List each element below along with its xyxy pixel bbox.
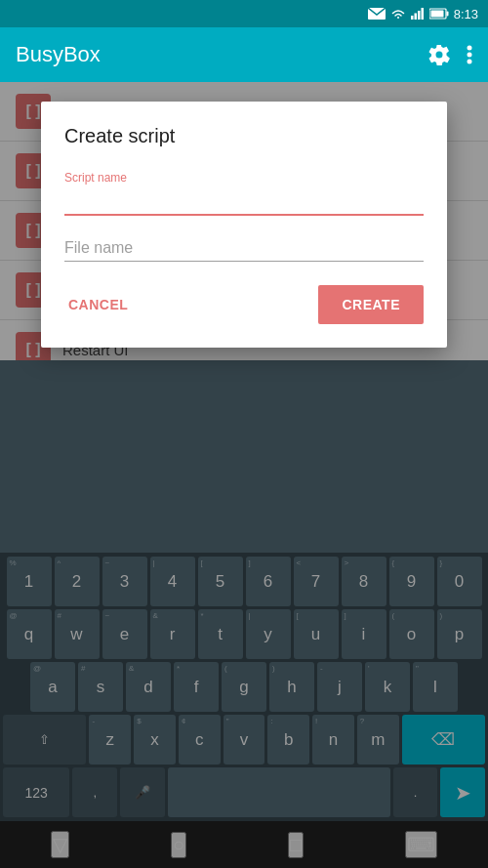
- svg-rect-6: [446, 12, 448, 17]
- script-name-group: Script name: [64, 171, 424, 216]
- app-bar-actions: [427, 43, 472, 66]
- svg-rect-3: [418, 11, 421, 20]
- signal-icon: [411, 8, 425, 20]
- app-bar: BusyBox: [0, 27, 488, 82]
- svg-point-10: [468, 60, 472, 64]
- status-time: 8:13: [454, 7, 478, 21]
- status-icons: 8:13: [368, 7, 478, 21]
- dialog-title: Create script: [64, 125, 424, 147]
- more-icon: [467, 43, 472, 66]
- create-button[interactable]: CREATE: [318, 285, 424, 324]
- svg-rect-4: [421, 8, 424, 20]
- file-name-group: [64, 235, 424, 262]
- email-icon: [368, 8, 386, 20]
- cancel-button[interactable]: CANCEL: [64, 289, 132, 320]
- more-button[interactable]: [467, 43, 472, 66]
- settings-button[interactable]: [427, 43, 451, 66]
- create-script-dialog: Create script Script name CANCEL CREATE: [41, 102, 447, 348]
- status-bar: 8:13: [0, 0, 488, 27]
- settings-icon: [427, 43, 451, 66]
- wifi-icon: [390, 8, 406, 20]
- file-name-input[interactable]: [64, 235, 424, 262]
- script-name-label: Script name: [64, 171, 424, 185]
- svg-rect-7: [430, 11, 443, 18]
- svg-rect-1: [411, 16, 414, 20]
- svg-rect-2: [414, 14, 417, 21]
- svg-point-8: [468, 46, 472, 51]
- svg-point-9: [468, 53, 472, 58]
- script-name-input[interactable]: [64, 188, 424, 216]
- battery-icon: [429, 8, 449, 20]
- dialog-actions: CANCEL CREATE: [64, 285, 424, 324]
- app-title: BusyBox: [16, 42, 101, 67]
